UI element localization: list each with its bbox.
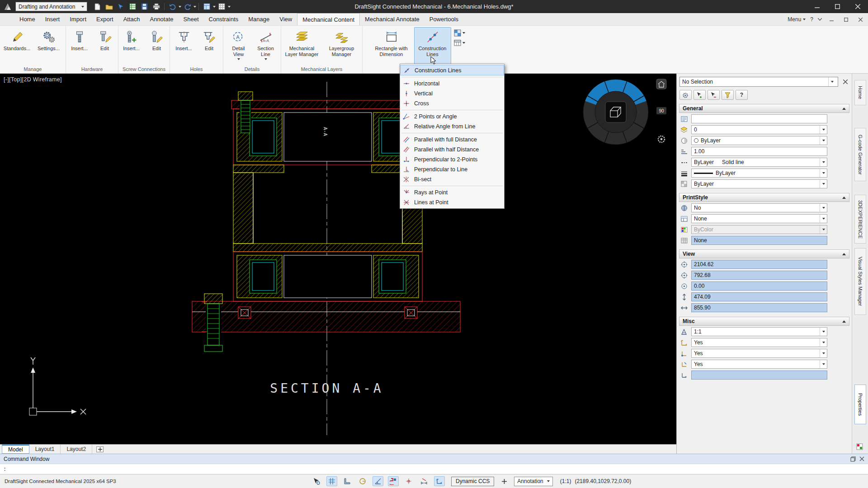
section-header-general[interactable]: General bbox=[679, 104, 849, 113]
properties-help-button[interactable]: ? bbox=[736, 90, 748, 100]
ccs-icon[interactable] bbox=[434, 476, 445, 486]
menu-tab-mechanical-annotate[interactable]: Mechanical Annotate bbox=[360, 13, 425, 25]
dimension-style-icon[interactable] bbox=[419, 476, 429, 486]
ortho-icon[interactable] bbox=[357, 476, 368, 486]
command-window-float-icon[interactable] bbox=[850, 456, 856, 462]
select-remove-button[interactable] bbox=[708, 90, 720, 100]
grid-settings-button[interactable] bbox=[216, 1, 227, 12]
pattern-fill-button[interactable] bbox=[453, 29, 466, 37]
command-window-header[interactable]: Command Window bbox=[0, 454, 868, 464]
properties-toggle-button[interactable] bbox=[201, 1, 212, 12]
annotation-scale-selector[interactable]: Annotation bbox=[514, 477, 552, 486]
command-input[interactable]: : bbox=[0, 464, 868, 474]
menu-tab-attach[interactable]: Attach bbox=[118, 13, 145, 25]
grid-dropdown-icon[interactable] bbox=[228, 6, 231, 8]
entity-snap-icon[interactable] bbox=[388, 476, 399, 486]
menu-item-parallel-full-distance[interactable]: Parallel with full Distance bbox=[400, 135, 504, 145]
menu-item-bisect[interactable]: Bi-sect bbox=[400, 174, 504, 184]
detail-view-dropdown-icon[interactable] bbox=[237, 58, 240, 60]
grid-icon[interactable] bbox=[326, 476, 337, 486]
select-add-button[interactable] bbox=[693, 90, 706, 100]
menu-tab-home[interactable]: Home bbox=[14, 13, 40, 25]
sheet-tab-layout2[interactable]: Layout2 bbox=[61, 445, 92, 454]
redo-button[interactable] bbox=[182, 1, 193, 12]
menu-item-horizontal[interactable]: Horizontal bbox=[400, 79, 504, 89]
workspace-selector[interactable]: Drafting and Annotation bbox=[15, 2, 87, 11]
hardware-edit-button[interactable]: Edit bbox=[93, 27, 117, 65]
menu-item-rays-at-point[interactable]: Rays at Point bbox=[400, 188, 504, 197]
lineweight-combo[interactable]: ByLayer bbox=[691, 169, 827, 178]
new-file-button[interactable] bbox=[92, 1, 103, 12]
menu-item-parallel-half-distance[interactable]: Parallel with half Distance bbox=[400, 145, 504, 155]
printstyle-combo[interactable]: No bbox=[691, 203, 827, 212]
close-button[interactable] bbox=[848, 0, 868, 13]
menu-tab-view[interactable]: View bbox=[274, 13, 297, 25]
doc-minimize-button[interactable] bbox=[826, 15, 836, 23]
palette-tab-3dexperience[interactable]: 3DEXPERIENCE bbox=[854, 195, 866, 244]
polar-icon[interactable] bbox=[373, 476, 383, 486]
minimize-button[interactable] bbox=[807, 0, 827, 13]
undo-button[interactable] bbox=[167, 1, 178, 12]
redo-dropdown-icon[interactable] bbox=[193, 6, 196, 8]
sheet-tab-model[interactable]: Model bbox=[2, 445, 29, 454]
mechanical-layer-manager-button[interactable]: Mechanical Layer Manager bbox=[283, 27, 321, 65]
detail-view-button[interactable]: A Detail View bbox=[226, 27, 251, 65]
holes-edit-button[interactable]: Edit bbox=[198, 27, 221, 65]
section-line-button[interactable]: A-A Section Line bbox=[253, 27, 278, 65]
properties-dropdown-icon[interactable] bbox=[213, 6, 216, 8]
wheel-home-button[interactable] bbox=[656, 79, 666, 89]
standards-button[interactable]: Standards... bbox=[2, 27, 32, 65]
menu-item-perpendicular-to-line[interactable]: Perpendicular to Line bbox=[400, 164, 504, 174]
menu-tab-annotate[interactable]: Annotate bbox=[145, 13, 178, 25]
layer-combo[interactable]: 0 bbox=[691, 125, 827, 134]
sheet-tab-layout1[interactable]: Layout1 bbox=[29, 445, 61, 454]
table-button[interactable] bbox=[453, 39, 466, 47]
section-header-view[interactable]: View bbox=[679, 249, 849, 258]
menu-item-vertical[interactable]: Vertical bbox=[400, 89, 504, 99]
menu-tab-export[interactable]: Export bbox=[91, 13, 118, 25]
navigation-wheel[interactable]: 90 bbox=[579, 75, 674, 152]
quick-select-button[interactable] bbox=[722, 90, 734, 100]
section-line-dropdown-icon[interactable] bbox=[264, 58, 267, 60]
section-header-misc[interactable]: Misc bbox=[679, 317, 849, 326]
ucs-view-combo[interactable]: Yes bbox=[691, 360, 827, 369]
dynamic-ccs-button[interactable]: Dynamic CCS bbox=[451, 477, 494, 486]
help-button[interactable]: ? bbox=[810, 16, 813, 23]
doc-restore-button[interactable] bbox=[841, 15, 851, 23]
menu-button[interactable]: Menu bbox=[788, 16, 806, 23]
printstyle-table-combo[interactable]: None bbox=[691, 214, 827, 223]
menu-item-lines-at-point[interactable]: Lines at Point bbox=[400, 197, 504, 207]
pointer-tool-button[interactable] bbox=[115, 1, 127, 12]
save-button[interactable] bbox=[139, 1, 150, 12]
hardware-insert-button[interactable]: Insert... bbox=[68, 27, 91, 65]
selection-combo[interactable]: No Selection bbox=[679, 77, 838, 87]
screw-edit-button[interactable]: Edit bbox=[145, 27, 169, 65]
menu-tab-import[interactable]: Import bbox=[65, 13, 91, 25]
note-field[interactable] bbox=[691, 114, 827, 123]
menu-tab-constraints[interactable]: Constraints bbox=[204, 13, 244, 25]
undo-dropdown-icon[interactable] bbox=[179, 6, 181, 8]
holes-insert-button[interactable]: Insert... bbox=[172, 27, 196, 65]
command-window-close-icon[interactable] bbox=[859, 456, 864, 462]
palette-tab-visual-styles-manager[interactable]: Visual Styles Manager bbox=[854, 248, 866, 315]
menu-tab-powertools[interactable]: Powertools bbox=[425, 13, 463, 25]
menu-item-construction-lines[interactable]: Construction Lines bbox=[400, 65, 504, 75]
open-file-button[interactable] bbox=[104, 1, 115, 12]
annotation-scale-combo[interactable]: 1:1 bbox=[691, 327, 827, 336]
panel-close-icon[interactable] bbox=[842, 78, 849, 85]
element-properties-button[interactable] bbox=[679, 90, 692, 100]
print-button[interactable] bbox=[151, 1, 162, 12]
menu-item-2-points-or-angle[interactable]: 2 Points or Angle bbox=[400, 112, 504, 122]
menu-item-cross[interactable]: Cross bbox=[400, 99, 504, 108]
maximize-button[interactable] bbox=[827, 0, 848, 13]
ucs-visible-combo[interactable]: Yes bbox=[691, 338, 827, 347]
construction-lines-dropdown-icon[interactable] bbox=[431, 58, 434, 60]
ucs-origin-combo[interactable]: Yes bbox=[691, 349, 827, 358]
settings-button[interactable]: Settings... bbox=[34, 27, 64, 65]
menu-tab-mechanical-content[interactable]: Mechanical Content bbox=[297, 13, 360, 25]
import-sheet-button[interactable] bbox=[127, 1, 138, 12]
doc-close-button[interactable] bbox=[855, 15, 865, 23]
screw-insert-button[interactable]: Insert... bbox=[120, 27, 143, 65]
construction-lines-button[interactable]: Construction Lines bbox=[414, 27, 451, 65]
linecolor-combo[interactable]: ByLayer bbox=[691, 136, 827, 145]
